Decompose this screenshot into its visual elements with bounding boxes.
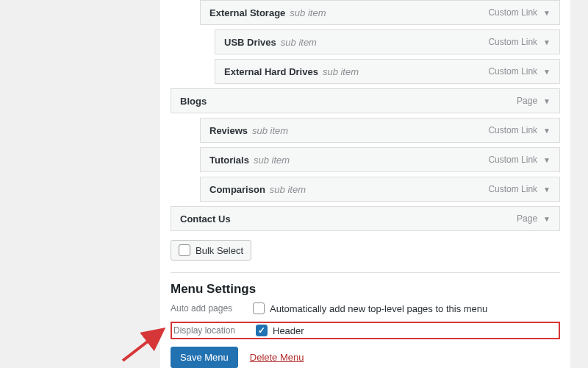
chevron-down-icon[interactable]: ▼ bbox=[543, 68, 551, 76]
menu-item-title: External Storage bbox=[209, 7, 285, 18]
display-location-row: Display location Header bbox=[171, 322, 560, 339]
menu-item-title: Tutorials bbox=[209, 155, 249, 166]
auto-add-option[interactable]: Automatically add new top-level pages to… bbox=[253, 302, 487, 314]
bulk-select-checkbox-icon bbox=[179, 244, 190, 256]
auto-add-checkbox[interactable] bbox=[253, 302, 265, 314]
display-location-option-text: Header bbox=[273, 325, 304, 336]
save-menu-button[interactable]: Save Menu bbox=[171, 347, 238, 368]
section-divider bbox=[171, 272, 560, 273]
menu-item[interactable]: External Hard Drivessub itemCustom Link▼ bbox=[215, 59, 560, 84]
menu-item[interactable]: BlogsPage▼ bbox=[171, 88, 560, 113]
menu-item[interactable]: Tutorialssub itemCustom Link▼ bbox=[200, 147, 560, 172]
menu-item-type: Custom Link bbox=[488, 125, 537, 135]
chevron-down-icon[interactable]: ▼ bbox=[543, 9, 551, 17]
menu-item-type: Custom Link bbox=[488, 184, 537, 194]
menu-item-title: External Hard Drives bbox=[224, 66, 318, 77]
chevron-down-icon[interactable]: ▼ bbox=[543, 97, 551, 105]
menu-item-type: Custom Link bbox=[488, 37, 537, 47]
bulk-select-button[interactable]: Bulk Select bbox=[171, 240, 251, 261]
menu-item-type: Page bbox=[517, 96, 537, 106]
sub-item-label: sub item bbox=[270, 184, 306, 195]
bulk-select-label: Bulk Select bbox=[196, 245, 243, 256]
display-location-option[interactable]: Header bbox=[256, 325, 304, 336]
auto-add-option-text: Automatically add new top-level pages to… bbox=[270, 303, 487, 314]
display-location-checkbox[interactable] bbox=[256, 325, 268, 336]
menu-item[interactable]: USB Drivessub itemCustom Link▼ bbox=[215, 29, 560, 54]
sub-item-label: sub item bbox=[290, 7, 326, 18]
menu-item-title: Reviews bbox=[209, 125, 248, 136]
menu-settings-heading: Menu Settings bbox=[171, 282, 560, 297]
sub-item-label: sub item bbox=[281, 37, 317, 48]
chevron-down-icon[interactable]: ▼ bbox=[543, 156, 551, 164]
auto-add-label: Auto add pages bbox=[171, 303, 245, 314]
menu-item-title: USB Drives bbox=[224, 37, 276, 48]
menu-item-title: Contact Us bbox=[180, 213, 231, 224]
menu-item-type: Custom Link bbox=[488, 155, 537, 165]
menu-item-type: Custom Link bbox=[488, 66, 537, 77]
menu-structure-list: External Storagesub itemCustom Link▼USB … bbox=[171, 0, 560, 231]
auto-add-row: Auto add pages Automatically add new top… bbox=[171, 302, 560, 314]
right-gutter bbox=[570, 0, 588, 368]
delete-menu-link[interactable]: Delete Menu bbox=[250, 352, 304, 363]
menu-item-title: Blogs bbox=[180, 96, 207, 107]
menu-editor-panel: External Storagesub itemCustom Link▼USB … bbox=[160, 0, 570, 368]
sub-item-label: sub item bbox=[254, 155, 290, 166]
display-location-label: Display location bbox=[173, 325, 248, 336]
chevron-down-icon[interactable]: ▼ bbox=[543, 215, 551, 223]
menu-item[interactable]: External Storagesub itemCustom Link▼ bbox=[200, 0, 560, 25]
menu-item-type: Page bbox=[517, 213, 537, 224]
menu-item-type: Custom Link bbox=[488, 7, 537, 18]
admin-sidebar-space bbox=[0, 0, 160, 368]
menu-item-title: Comparison bbox=[209, 184, 265, 195]
menu-item[interactable]: Comparisonsub itemCustom Link▼ bbox=[200, 177, 560, 202]
menu-item[interactable]: Contact UsPage▼ bbox=[171, 206, 560, 231]
sub-item-label: sub item bbox=[252, 125, 288, 136]
chevron-down-icon[interactable]: ▼ bbox=[543, 127, 551, 135]
menu-item[interactable]: Reviewssub itemCustom Link▼ bbox=[200, 118, 560, 143]
sub-item-label: sub item bbox=[323, 66, 359, 77]
chevron-down-icon[interactable]: ▼ bbox=[543, 185, 551, 194]
chevron-down-icon[interactable]: ▼ bbox=[543, 38, 551, 46]
